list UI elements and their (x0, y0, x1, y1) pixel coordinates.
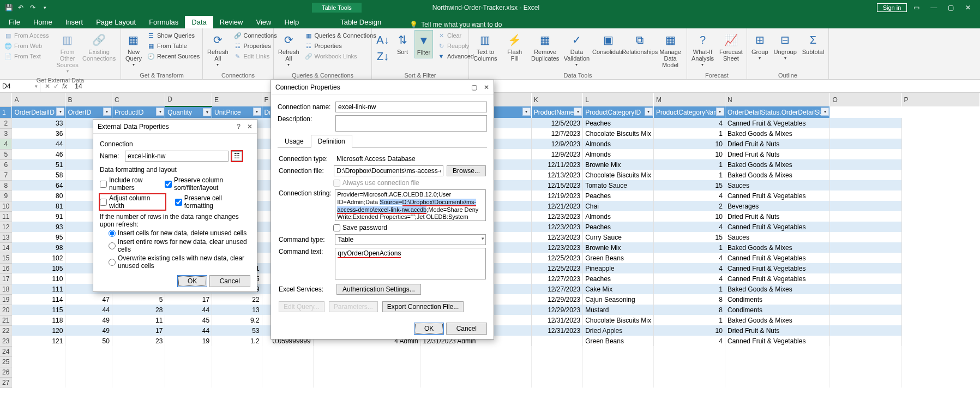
cell[interactable] (583, 377, 654, 388)
cell[interactable]: 115 (12, 305, 65, 315)
filter-dropdown-icon[interactable]: ▾ (253, 108, 261, 116)
cell[interactable]: Dried Fruit & Nuts (725, 325, 829, 336)
cell[interactable]: 12/29/2023 (531, 305, 582, 315)
filter-dropdown-icon[interactable]: ▾ (522, 108, 531, 116)
cell[interactable] (830, 149, 901, 159)
cell[interactable]: Chai (583, 201, 654, 211)
row-header[interactable]: 12 (0, 222, 12, 232)
cell[interactable] (583, 367, 654, 377)
cell[interactable]: 23 (112, 336, 165, 346)
cell[interactable]: Brownie Mix (583, 159, 654, 170)
cell[interactable]: 10 (653, 139, 725, 149)
cancel-button[interactable]: Cancel (446, 323, 487, 335)
connections-button[interactable]: 🔗Connections (233, 31, 278, 40)
cell[interactable]: 2 (653, 201, 725, 211)
cell[interactable] (830, 336, 901, 346)
row-header[interactable]: 17 (0, 273, 12, 284)
from-access-button[interactable]: ▤From Access (3, 31, 50, 40)
cell[interactable] (531, 377, 582, 388)
cell[interactable]: 47 (65, 294, 112, 305)
cell[interactable]: 81 (12, 201, 65, 211)
cell[interactable]: Peaches (583, 273, 654, 284)
filter-button[interactable]: ▼Filter (414, 30, 433, 58)
connection-name-field[interactable] (335, 102, 487, 112)
sign-in-button[interactable]: Sign in (877, 3, 907, 12)
overwrite-cells-radio[interactable]: Overwrite existing cells with new data, … (109, 254, 250, 270)
cell[interactable] (830, 139, 901, 149)
cell[interactable]: 93 (12, 222, 65, 232)
column-header-P[interactable]: P (901, 93, 979, 106)
cell[interactable]: 10 (653, 149, 725, 159)
cell[interactable]: Canned Fruit & Vegetables (725, 253, 829, 263)
row-header[interactable]: 10 (0, 201, 12, 211)
cell[interactable]: 12/5/2023 (531, 118, 582, 128)
cell[interactable]: Condiments (725, 305, 829, 315)
cell[interactable]: 118 (12, 315, 65, 325)
cell[interactable]: Canned Fruit & Vegetables (725, 263, 829, 273)
row-header[interactable]: 8 (0, 180, 12, 190)
tab-page-layout[interactable]: Page Layout (89, 16, 142, 28)
refresh-all-button[interactable]: ⟳Refresh All▾ (206, 30, 230, 70)
row-header[interactable]: 20 (0, 305, 12, 315)
cell[interactable]: 80 (12, 190, 65, 201)
column-header-C[interactable]: C (112, 93, 165, 106)
cell[interactable]: Curry Sauce (583, 232, 654, 242)
cell[interactable] (65, 377, 112, 388)
table-header[interactable]: ProductCategoryName▾ (653, 106, 725, 118)
cell[interactable] (112, 356, 165, 367)
cell[interactable]: 98 (12, 242, 65, 253)
cell[interactable] (531, 336, 582, 346)
cell[interactable] (165, 367, 212, 377)
cell[interactable]: 111 (12, 284, 65, 294)
cell[interactable] (65, 356, 112, 367)
cell[interactable]: Peaches (583, 118, 654, 128)
row-header[interactable]: 14 (0, 242, 12, 253)
cell[interactable]: Green Beans (583, 336, 654, 346)
cell[interactable] (830, 294, 901, 305)
cell[interactable] (830, 263, 901, 273)
row-header[interactable]: 21 (0, 315, 12, 325)
close-icon[interactable]: ✕ (247, 123, 252, 130)
cell[interactable]: 53 (212, 325, 262, 336)
cell[interactable]: 49 (65, 325, 112, 336)
cell[interactable] (830, 284, 901, 294)
cell[interactable] (830, 377, 901, 388)
existing-connections-button[interactable]: 🔗Existing Connections (85, 30, 113, 64)
table-header[interactable]: OrderID▾ (65, 106, 112, 118)
cell[interactable] (653, 356, 725, 367)
cell[interactable] (653, 346, 725, 356)
cancel-button[interactable]: Cancel (209, 275, 250, 287)
cell[interactable]: 8 (653, 294, 725, 305)
cell[interactable]: Peaches (583, 222, 654, 232)
cell[interactable]: 110 (12, 273, 65, 284)
cell[interactable] (313, 377, 420, 388)
workbook-links-button[interactable]: 🔗Workbook Links (304, 52, 377, 61)
formula-input[interactable]: 14 (71, 82, 980, 90)
cell[interactable]: 15 (653, 232, 725, 242)
cell[interactable] (830, 325, 901, 336)
dialog-title-bar[interactable]: External Data Properties ?✕ (93, 120, 257, 134)
qat-customize-icon[interactable]: ▾ (40, 3, 49, 12)
cell[interactable] (830, 159, 901, 170)
cell[interactable] (313, 356, 420, 367)
from-web-button[interactable]: 🌐From Web (3, 41, 50, 50)
row-header[interactable]: 3 (0, 128, 12, 139)
adjust-column-width-checkbox[interactable]: Adjust column width (100, 194, 165, 210)
cell[interactable] (725, 377, 829, 388)
cell[interactable]: 12/19/2023 (531, 190, 582, 201)
column-header-N[interactable]: N (725, 93, 829, 106)
cell[interactable]: 8 (653, 305, 725, 315)
cell[interactable]: Baked Goods & Mixes (725, 170, 829, 180)
cell[interactable]: Cajun Seasoning (583, 294, 654, 305)
cell[interactable] (725, 346, 829, 356)
cell[interactable]: 11 (112, 315, 165, 325)
cell[interactable]: Sauces (725, 180, 829, 190)
row-header[interactable]: 15 (0, 253, 12, 263)
cell[interactable]: 12/23/2023 (531, 242, 582, 253)
cell[interactable]: Chocolate Biscuits Mix (583, 128, 654, 139)
cell[interactable]: 51 (12, 159, 65, 170)
clear-button[interactable]: ✕Clear (436, 31, 475, 40)
undo-icon[interactable]: ↶ (16, 3, 25, 12)
filter-dropdown-icon[interactable]: ▾ (56, 108, 64, 116)
cell[interactable]: 49 (65, 315, 112, 325)
